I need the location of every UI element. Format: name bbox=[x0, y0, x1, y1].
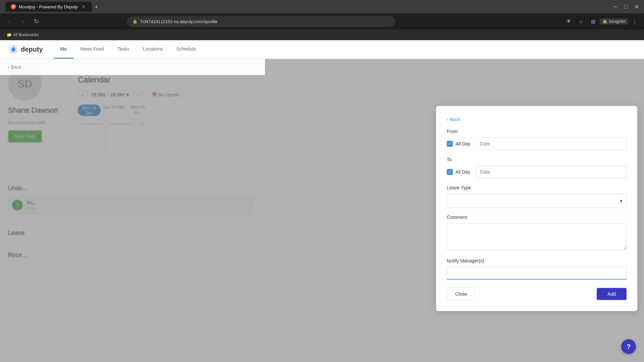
to-label: To bbox=[447, 157, 627, 162]
to-allday-text: All Day bbox=[455, 169, 470, 175]
help-button[interactable]: ? bbox=[621, 339, 636, 354]
logo: deputy bbox=[8, 44, 43, 55]
modal-back-label: Back bbox=[450, 117, 460, 122]
leave-type-select[interactable] bbox=[447, 194, 627, 208]
nav-item-newsfeed[interactable]: News Feed bbox=[73, 40, 111, 59]
address-bar: ‹ › ↻ 🔒 7cf47d19112152.na.deputy.com/#pr… bbox=[0, 13, 644, 29]
to-allday-label[interactable]: ✓ All Day bbox=[447, 169, 470, 175]
eye-off-icon[interactable]: 👁 bbox=[564, 16, 574, 27]
from-date-input[interactable] bbox=[476, 137, 627, 150]
to-section: To ✓ All Day bbox=[447, 157, 627, 178]
from-section: From ✓ All Day bbox=[447, 129, 627, 150]
notify-label: Notify Manager(s) bbox=[447, 258, 627, 263]
close-button[interactable]: ✕ bbox=[632, 2, 641, 11]
bookmarks-bar: 📁 All Bookmarks bbox=[0, 29, 644, 40]
nav-item-tasks[interactable]: Tasks bbox=[111, 40, 136, 59]
window-controls: ─ □ ✕ bbox=[610, 2, 641, 11]
add-button[interactable]: Add bbox=[597, 288, 627, 300]
to-date-input[interactable] bbox=[476, 166, 627, 178]
modal-actions: Close Add bbox=[447, 288, 627, 300]
nav-item-schedule[interactable]: Schedule bbox=[170, 40, 203, 59]
nav-item-locations[interactable]: Locations bbox=[136, 40, 170, 59]
main-area: SD Shane Dawson No scheduled shifts Star… bbox=[0, 59, 644, 362]
browser-chrome: M Moodjoy - Powered By Deputy ✕ + ─ □ ✕ … bbox=[0, 0, 644, 362]
comment-textarea[interactable] bbox=[447, 223, 627, 250]
modal-back-chevron-icon: ‹ bbox=[447, 117, 448, 122]
top-nav: deputy Me News Feed Tasks Locations Sche… bbox=[0, 40, 644, 59]
from-row: ✓ All Day bbox=[447, 137, 627, 150]
leave-type-section: Leave Type ▾ bbox=[447, 185, 627, 208]
overlay-back-bar: ‹ Back bbox=[0, 59, 265, 75]
nav-item-me[interactable]: Me bbox=[54, 40, 73, 59]
comment-label: Comment bbox=[447, 215, 627, 220]
url-bar[interactable]: 🔒 7cf47d19112152.na.deputy.com/#profile bbox=[127, 16, 395, 27]
notify-section: Notify Manager(s) bbox=[447, 258, 627, 280]
tab-bar: M Moodjoy - Powered By Deputy ✕ + bbox=[3, 2, 608, 12]
back-nav-button[interactable]: ‹ bbox=[4, 16, 15, 27]
incognito-badge: 🕵 Incognito bbox=[600, 18, 628, 24]
forward-nav-button[interactable]: › bbox=[17, 16, 28, 27]
close-button[interactable]: Close bbox=[447, 288, 476, 300]
tab-close-button[interactable]: ✕ bbox=[80, 4, 87, 10]
leave-request-modal: ‹ Back From ✓ All Day To bbox=[436, 106, 637, 311]
app-content: deputy Me News Feed Tasks Locations Sche… bbox=[0, 40, 644, 362]
browser-actions: 👁 ☆ ⊞ 🕵 Incognito ⋮ bbox=[564, 16, 640, 27]
split-view-icon[interactable]: ⊞ bbox=[588, 16, 598, 27]
all-bookmarks-label: All Bookmarks bbox=[13, 33, 39, 37]
minimize-button[interactable]: ─ bbox=[610, 2, 620, 11]
leave-type-label: Leave Type bbox=[447, 185, 627, 190]
new-tab-button[interactable]: + bbox=[92, 2, 101, 12]
help-icon: ? bbox=[627, 343, 631, 351]
chevron-left-icon: ‹ bbox=[8, 64, 10, 70]
overlay-back-button[interactable]: ‹ Back bbox=[8, 64, 21, 70]
from-allday-label[interactable]: ✓ All Day bbox=[447, 141, 470, 147]
maximize-button[interactable]: □ bbox=[621, 2, 631, 11]
incognito-icon: 🕵 bbox=[602, 19, 607, 24]
bookmark-star-icon[interactable]: ☆ bbox=[576, 16, 586, 27]
tab-title: Moodjoy - Powered By Deputy bbox=[19, 4, 78, 9]
url-text: 7cf47d19112152.na.deputy.com/#profile bbox=[140, 19, 390, 24]
from-allday-text: All Day bbox=[455, 141, 470, 146]
more-options-icon[interactable]: ⋮ bbox=[629, 16, 640, 27]
nav-items: Me News Feed Tasks Locations Schedule bbox=[54, 40, 203, 59]
from-allday-checkbox[interactable]: ✓ bbox=[447, 141, 453, 147]
leave-type-wrapper: ▾ bbox=[447, 194, 627, 208]
browser-titlebar: M Moodjoy - Powered By Deputy ✕ + ─ □ ✕ bbox=[0, 0, 644, 13]
tab-favicon: M bbox=[11, 4, 16, 9]
incognito-label: Incognito bbox=[609, 19, 625, 24]
to-allday-checkbox[interactable]: ✓ bbox=[447, 169, 453, 175]
lock-icon: 🔒 bbox=[132, 19, 138, 24]
active-tab[interactable]: M Moodjoy - Powered By Deputy ✕ bbox=[5, 2, 92, 12]
to-row: ✓ All Day bbox=[447, 166, 627, 178]
modal-back-button[interactable]: ‹ Back bbox=[447, 117, 460, 122]
notify-input[interactable] bbox=[447, 267, 627, 280]
folder-icon: 📁 bbox=[7, 33, 12, 37]
logo-text: deputy bbox=[21, 46, 43, 53]
reload-button[interactable]: ↻ bbox=[31, 16, 42, 27]
overlay-back-label: Back bbox=[11, 64, 21, 70]
comment-section: Comment bbox=[447, 215, 627, 251]
from-label: From bbox=[447, 129, 627, 134]
bookmarks-folder-icon[interactable]: 📁 All Bookmarks bbox=[4, 32, 42, 38]
deputy-logo-icon bbox=[8, 44, 19, 55]
